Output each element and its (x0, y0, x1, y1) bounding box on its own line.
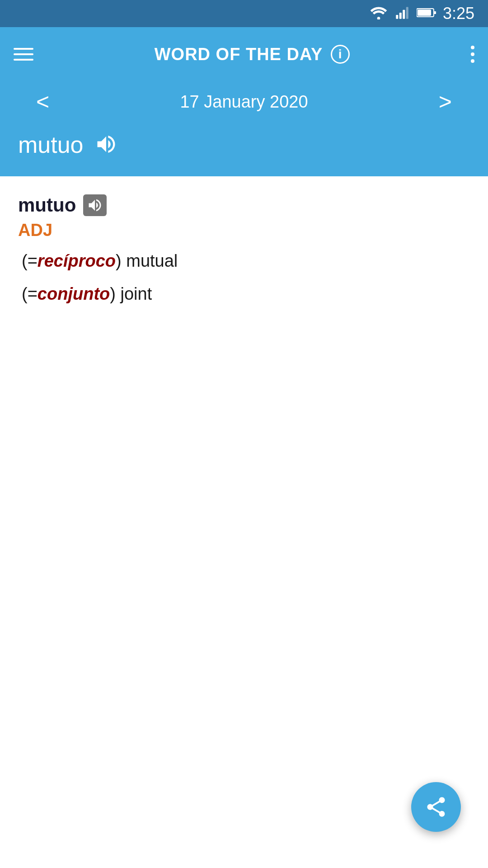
svg-rect-6 (434, 11, 436, 14)
entry-word: mutuo (18, 194, 76, 216)
header-speaker-icon (94, 132, 118, 156)
definition-2: (=conjunto) joint (18, 280, 470, 308)
word-header: mutuo (0, 122, 488, 176)
wifi-icon (370, 6, 388, 21)
battery-icon (417, 6, 436, 21)
menu-button[interactable] (14, 48, 33, 61)
synonym-1[interactable]: recíproco (38, 251, 116, 270)
more-options-button[interactable] (471, 46, 474, 63)
entry-speaker-button[interactable] (83, 194, 107, 216)
word-entry: mutuo (18, 194, 470, 216)
header-word: mutuo (18, 131, 84, 158)
svg-rect-2 (399, 13, 402, 19)
svg-rect-1 (396, 15, 398, 19)
app-title-text: WORD OF THE DAY (155, 45, 323, 64)
info-button[interactable]: i (331, 45, 350, 64)
share-fab-button[interactable] (411, 782, 461, 832)
svg-rect-3 (403, 10, 405, 19)
synonym-2[interactable]: conjunto (38, 284, 110, 303)
signal-icon (394, 6, 410, 21)
main-content: mutuo ADJ (=recíproco) mutual (=conjunto… (0, 176, 488, 331)
entry-speaker-icon (87, 197, 103, 213)
svg-rect-4 (406, 7, 408, 19)
header-speaker-button[interactable] (94, 132, 118, 157)
prev-date-button[interactable]: < (27, 90, 58, 113)
svg-point-0 (377, 17, 380, 19)
definition-1: (=recíproco) mutual (18, 247, 470, 275)
status-time: 3:25 (443, 4, 474, 23)
next-date-button[interactable]: > (430, 90, 461, 113)
part-of-speech: ADJ (18, 221, 470, 240)
app-bar: WORD OF THE DAY i (0, 27, 488, 81)
svg-rect-7 (418, 9, 431, 16)
date-navigation: < 17 January 2020 > (0, 81, 488, 122)
current-date: 17 January 2020 (76, 92, 412, 112)
status-bar: 3:25 (0, 0, 488, 27)
app-title: WORD OF THE DAY i (155, 45, 350, 64)
share-icon (424, 795, 448, 819)
